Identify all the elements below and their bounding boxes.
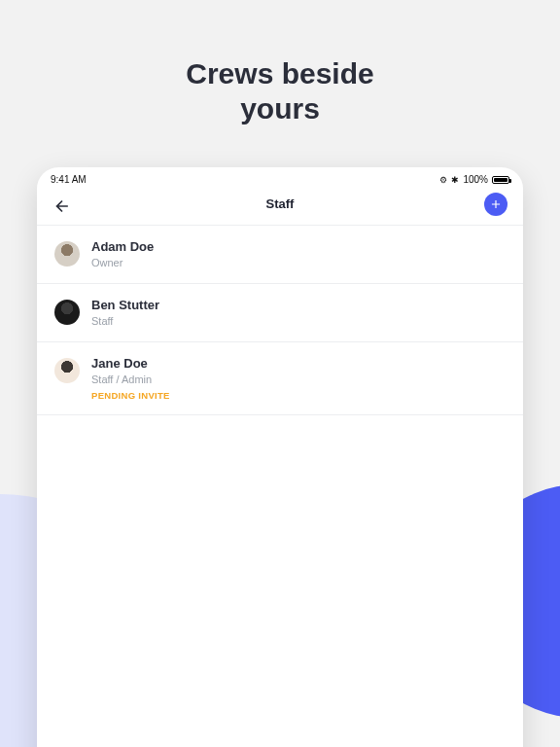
device-frame: 9:41 AM ⚙ ✱ 100% Staff Adam DoeOwnerBen … bbox=[37, 167, 523, 747]
screen-header: Staff bbox=[37, 187, 523, 226]
avatar bbox=[54, 358, 80, 383]
battery-icon bbox=[492, 176, 509, 184]
staff-status: PENDING INVITE bbox=[91, 390, 170, 401]
staff-role: Owner bbox=[91, 256, 154, 269]
marketing-headline: Crews beside yours bbox=[0, 0, 560, 160]
staff-text: Jane DoeStaff / AdminPENDING INVITE bbox=[91, 356, 170, 400]
status-time: 9:41 AM bbox=[51, 174, 87, 185]
headline-line-2: yours bbox=[240, 92, 320, 124]
back-button[interactable] bbox=[52, 196, 74, 218]
staff-name: Jane Doe bbox=[91, 356, 170, 373]
status-bar: 9:41 AM ⚙ ✱ 100% bbox=[37, 167, 523, 187]
avatar bbox=[54, 241, 80, 267]
staff-row[interactable]: Adam DoeOwner bbox=[37, 226, 523, 284]
header-title: Staff bbox=[266, 196, 295, 211]
staff-list: Adam DoeOwnerBen StutterStaffJane DoeSta… bbox=[37, 226, 523, 415]
alarm-icon: ⚙ bbox=[439, 175, 447, 185]
add-button[interactable] bbox=[484, 193, 508, 216]
avatar bbox=[54, 300, 80, 325]
arrow-left-icon bbox=[52, 196, 72, 216]
staff-text: Adam DoeOwner bbox=[91, 239, 154, 269]
headline-line-1: Crews beside bbox=[186, 57, 373, 89]
staff-row[interactable]: Ben StutterStaff bbox=[37, 284, 523, 342]
staff-name: Ben Stutter bbox=[91, 298, 159, 314]
battery-percent: 100% bbox=[463, 174, 488, 185]
staff-role: Staff / Admin bbox=[91, 373, 170, 386]
plus-icon bbox=[489, 197, 503, 211]
bluetooth-icon: ✱ bbox=[451, 175, 459, 185]
staff-row[interactable]: Jane DoeStaff / AdminPENDING INVITE bbox=[37, 342, 523, 414]
staff-role: Staff bbox=[91, 314, 159, 328]
status-right: ⚙ ✱ 100% bbox=[439, 174, 509, 185]
staff-name: Adam Doe bbox=[91, 239, 154, 256]
staff-text: Ben StutterStaff bbox=[91, 298, 159, 328]
